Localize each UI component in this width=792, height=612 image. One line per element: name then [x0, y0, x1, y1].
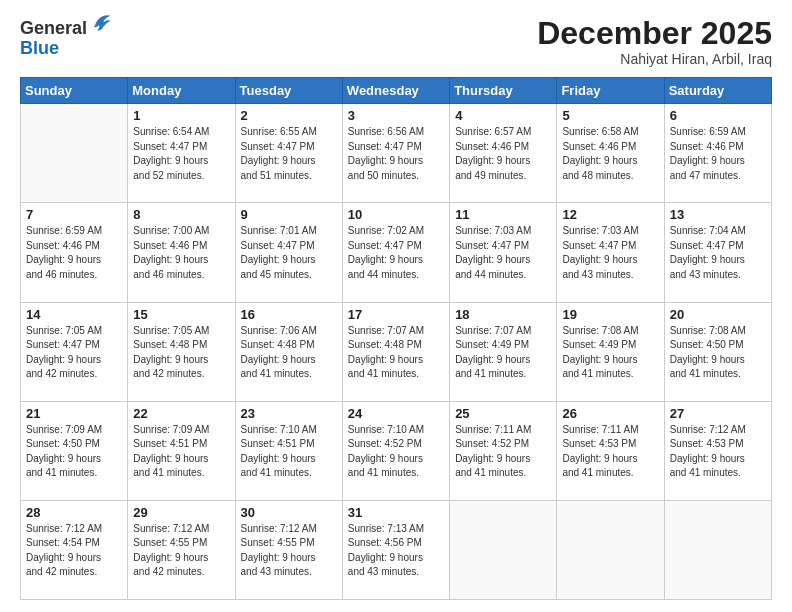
day-cell: 27Sunrise: 7:12 AMSunset: 4:53 PMDayligh…	[664, 401, 771, 500]
day-detail: Sunrise: 7:12 AMSunset: 4:55 PMDaylight:…	[133, 522, 229, 580]
day-number: 25	[455, 406, 551, 421]
day-number: 29	[133, 505, 229, 520]
day-number: 2	[241, 108, 337, 123]
col-header-monday: Monday	[128, 78, 235, 104]
day-number: 30	[241, 505, 337, 520]
day-cell: 20Sunrise: 7:08 AMSunset: 4:50 PMDayligh…	[664, 302, 771, 401]
day-number: 6	[670, 108, 766, 123]
logo-general: General	[20, 18, 87, 38]
calendar-table: SundayMondayTuesdayWednesdayThursdayFrid…	[20, 77, 772, 600]
day-number: 18	[455, 307, 551, 322]
day-number: 27	[670, 406, 766, 421]
day-number: 12	[562, 207, 658, 222]
day-cell: 1Sunrise: 6:54 AMSunset: 4:47 PMDaylight…	[128, 104, 235, 203]
col-header-saturday: Saturday	[664, 78, 771, 104]
day-cell: 6Sunrise: 6:59 AMSunset: 4:46 PMDaylight…	[664, 104, 771, 203]
day-detail: Sunrise: 7:06 AMSunset: 4:48 PMDaylight:…	[241, 324, 337, 382]
day-number: 21	[26, 406, 122, 421]
day-detail: Sunrise: 7:11 AMSunset: 4:53 PMDaylight:…	[562, 423, 658, 481]
day-number: 8	[133, 207, 229, 222]
day-cell: 26Sunrise: 7:11 AMSunset: 4:53 PMDayligh…	[557, 401, 664, 500]
day-number: 22	[133, 406, 229, 421]
day-cell: 19Sunrise: 7:08 AMSunset: 4:49 PMDayligh…	[557, 302, 664, 401]
day-cell: 10Sunrise: 7:02 AMSunset: 4:47 PMDayligh…	[342, 203, 449, 302]
day-number: 16	[241, 307, 337, 322]
day-number: 20	[670, 307, 766, 322]
day-cell: 23Sunrise: 7:10 AMSunset: 4:51 PMDayligh…	[235, 401, 342, 500]
day-cell	[557, 500, 664, 599]
day-cell	[664, 500, 771, 599]
day-detail: Sunrise: 6:55 AMSunset: 4:47 PMDaylight:…	[241, 125, 337, 183]
col-header-sunday: Sunday	[21, 78, 128, 104]
day-cell: 30Sunrise: 7:12 AMSunset: 4:55 PMDayligh…	[235, 500, 342, 599]
day-cell: 12Sunrise: 7:03 AMSunset: 4:47 PMDayligh…	[557, 203, 664, 302]
day-detail: Sunrise: 7:12 AMSunset: 4:53 PMDaylight:…	[670, 423, 766, 481]
day-detail: Sunrise: 7:11 AMSunset: 4:52 PMDaylight:…	[455, 423, 551, 481]
day-detail: Sunrise: 7:07 AMSunset: 4:49 PMDaylight:…	[455, 324, 551, 382]
day-number: 4	[455, 108, 551, 123]
week-row-2: 7Sunrise: 6:59 AMSunset: 4:46 PMDaylight…	[21, 203, 772, 302]
day-cell: 2Sunrise: 6:55 AMSunset: 4:47 PMDaylight…	[235, 104, 342, 203]
day-cell: 15Sunrise: 7:05 AMSunset: 4:48 PMDayligh…	[128, 302, 235, 401]
day-detail: Sunrise: 6:58 AMSunset: 4:46 PMDaylight:…	[562, 125, 658, 183]
day-number: 23	[241, 406, 337, 421]
location-subtitle: Nahiyat Hiran, Arbil, Iraq	[537, 51, 772, 67]
col-header-thursday: Thursday	[450, 78, 557, 104]
day-detail: Sunrise: 7:10 AMSunset: 4:51 PMDaylight:…	[241, 423, 337, 481]
month-title: December 2025	[537, 16, 772, 51]
week-row-1: 1Sunrise: 6:54 AMSunset: 4:47 PMDaylight…	[21, 104, 772, 203]
week-row-3: 14Sunrise: 7:05 AMSunset: 4:47 PMDayligh…	[21, 302, 772, 401]
day-cell	[450, 500, 557, 599]
day-detail: Sunrise: 6:56 AMSunset: 4:47 PMDaylight:…	[348, 125, 444, 183]
day-cell: 22Sunrise: 7:09 AMSunset: 4:51 PMDayligh…	[128, 401, 235, 500]
day-cell: 21Sunrise: 7:09 AMSunset: 4:50 PMDayligh…	[21, 401, 128, 500]
day-cell: 11Sunrise: 7:03 AMSunset: 4:47 PMDayligh…	[450, 203, 557, 302]
day-number: 24	[348, 406, 444, 421]
day-number: 15	[133, 307, 229, 322]
day-number: 19	[562, 307, 658, 322]
day-number: 26	[562, 406, 658, 421]
header: General Blue December 2025 Nahiyat Hiran…	[20, 16, 772, 67]
day-number: 1	[133, 108, 229, 123]
page: General Blue December 2025 Nahiyat Hiran…	[0, 0, 792, 612]
day-cell: 31Sunrise: 7:13 AMSunset: 4:56 PMDayligh…	[342, 500, 449, 599]
day-number: 5	[562, 108, 658, 123]
day-detail: Sunrise: 7:09 AMSunset: 4:51 PMDaylight:…	[133, 423, 229, 481]
day-detail: Sunrise: 6:54 AMSunset: 4:47 PMDaylight:…	[133, 125, 229, 183]
day-detail: Sunrise: 7:07 AMSunset: 4:48 PMDaylight:…	[348, 324, 444, 382]
day-cell: 7Sunrise: 6:59 AMSunset: 4:46 PMDaylight…	[21, 203, 128, 302]
day-cell: 4Sunrise: 6:57 AMSunset: 4:46 PMDaylight…	[450, 104, 557, 203]
day-detail: Sunrise: 7:08 AMSunset: 4:50 PMDaylight:…	[670, 324, 766, 382]
day-cell: 5Sunrise: 6:58 AMSunset: 4:46 PMDaylight…	[557, 104, 664, 203]
day-cell	[21, 104, 128, 203]
day-detail: Sunrise: 7:12 AMSunset: 4:55 PMDaylight:…	[241, 522, 337, 580]
day-cell: 29Sunrise: 7:12 AMSunset: 4:55 PMDayligh…	[128, 500, 235, 599]
day-detail: Sunrise: 7:09 AMSunset: 4:50 PMDaylight:…	[26, 423, 122, 481]
day-cell: 14Sunrise: 7:05 AMSunset: 4:47 PMDayligh…	[21, 302, 128, 401]
day-number: 10	[348, 207, 444, 222]
logo-bird-icon	[90, 12, 112, 34]
day-number: 28	[26, 505, 122, 520]
day-cell: 17Sunrise: 7:07 AMSunset: 4:48 PMDayligh…	[342, 302, 449, 401]
day-cell: 25Sunrise: 7:11 AMSunset: 4:52 PMDayligh…	[450, 401, 557, 500]
logo-blue: Blue	[20, 38, 59, 58]
day-cell: 8Sunrise: 7:00 AMSunset: 4:46 PMDaylight…	[128, 203, 235, 302]
day-cell: 28Sunrise: 7:12 AMSunset: 4:54 PMDayligh…	[21, 500, 128, 599]
day-number: 14	[26, 307, 122, 322]
day-cell: 16Sunrise: 7:06 AMSunset: 4:48 PMDayligh…	[235, 302, 342, 401]
day-cell: 18Sunrise: 7:07 AMSunset: 4:49 PMDayligh…	[450, 302, 557, 401]
day-detail: Sunrise: 6:59 AMSunset: 4:46 PMDaylight:…	[670, 125, 766, 183]
logo-text: General Blue	[20, 16, 112, 59]
day-detail: Sunrise: 7:03 AMSunset: 4:47 PMDaylight:…	[455, 224, 551, 282]
day-number: 17	[348, 307, 444, 322]
day-detail: Sunrise: 7:13 AMSunset: 4:56 PMDaylight:…	[348, 522, 444, 580]
day-detail: Sunrise: 7:02 AMSunset: 4:47 PMDaylight:…	[348, 224, 444, 282]
day-detail: Sunrise: 7:05 AMSunset: 4:47 PMDaylight:…	[26, 324, 122, 382]
day-number: 9	[241, 207, 337, 222]
title-block: December 2025 Nahiyat Hiran, Arbil, Iraq	[537, 16, 772, 67]
day-detail: Sunrise: 7:10 AMSunset: 4:52 PMDaylight:…	[348, 423, 444, 481]
day-cell: 13Sunrise: 7:04 AMSunset: 4:47 PMDayligh…	[664, 203, 771, 302]
day-detail: Sunrise: 7:03 AMSunset: 4:47 PMDaylight:…	[562, 224, 658, 282]
day-number: 7	[26, 207, 122, 222]
day-detail: Sunrise: 7:05 AMSunset: 4:48 PMDaylight:…	[133, 324, 229, 382]
